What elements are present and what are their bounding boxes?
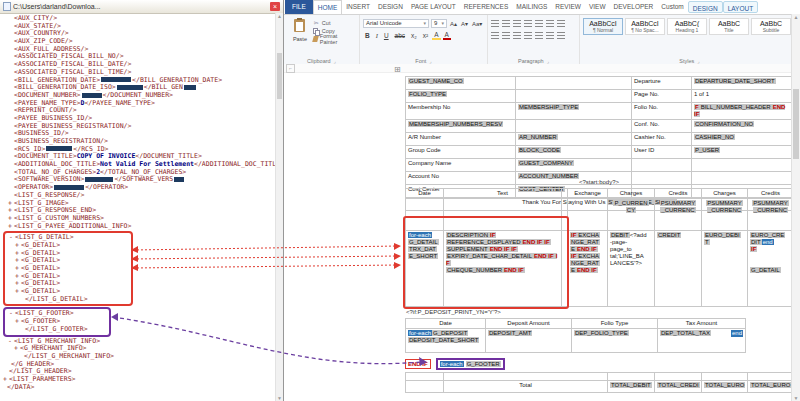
form-field[interactable]: TOTAL_CREDI xyxy=(657,382,700,388)
form-field[interactable]: AR_NUMBER xyxy=(518,134,558,140)
scroll-thumb[interactable] xyxy=(793,89,799,159)
table-move-handle-icon[interactable]: ⊞ xyxy=(394,66,401,74)
tab-file[interactable]: FILE xyxy=(285,0,313,14)
style-chip-4[interactable]: AaBbCTitle xyxy=(709,18,749,35)
form-field[interactable]: DEPOSIT_AMT xyxy=(488,330,532,336)
close-icon[interactable]: × xyxy=(270,2,280,11)
xml-scrollbar[interactable]: ▲ ▼ xyxy=(275,13,283,401)
form-field[interactable]: MEMBERSHIP_TYPE xyxy=(518,104,579,110)
form-field[interactable]: G_DETAIL xyxy=(750,267,781,273)
if-marker[interactable]: END IF xyxy=(576,246,598,252)
form-field[interactable]: GUEST_COMPANY xyxy=(518,160,574,166)
strikethrough-button[interactable]: abc xyxy=(393,32,407,39)
form-field[interactable]: DEPOSIT_DATE_SHORT xyxy=(408,337,479,343)
tab-layout-context[interactable]: LAYOUT xyxy=(723,1,759,13)
form-field[interactable]: TOTAL_EURO xyxy=(750,382,791,388)
tab-view[interactable]: VIEW xyxy=(585,0,610,14)
form-field[interactable]: _CURRENC xyxy=(707,207,742,213)
tab-design[interactable]: DESIGN xyxy=(374,0,407,14)
line-spacing-icon[interactable] xyxy=(535,32,543,39)
form-field[interactable]: BLOCK_CODE xyxy=(518,147,561,153)
cut-button[interactable]: ✂ Cut xyxy=(313,19,356,27)
form-field[interactable]: FOLIO_TYPE xyxy=(408,91,447,97)
font-size-select[interactable]: 9 ▾ xyxy=(431,19,447,28)
scroll-down-icon[interactable]: ▼ xyxy=(792,395,800,401)
scroll-up-icon[interactable]: ▲ xyxy=(276,13,283,19)
form-field[interactable]: BILL_NUMBER_HEADER xyxy=(700,104,772,110)
font-name-select[interactable]: Arial Unicode ▾ xyxy=(363,19,429,28)
tab-developer[interactable]: DEVELOPER xyxy=(610,0,658,14)
scroll-up-icon[interactable]: ▲ xyxy=(792,14,800,20)
form-field[interactable]: NGE_RAT xyxy=(570,239,600,245)
form-field[interactable]: DIT xyxy=(750,239,762,245)
tab-design-context[interactable]: DESIGN xyxy=(688,1,723,13)
align-right-icon[interactable] xyxy=(513,32,521,39)
form-field[interactable]: DEBIT xyxy=(610,232,630,238)
xml-titlebar[interactable]: C:\Users\darland\Downloa... × xyxy=(0,0,283,14)
form-field[interactable]: EXCHA xyxy=(577,232,600,238)
bold-button[interactable]: B xyxy=(363,32,372,39)
shrink-font-button[interactable]: A▾ xyxy=(460,20,469,27)
form-field[interactable]: PSUMMARY xyxy=(752,200,789,206)
numbering-icon[interactable] xyxy=(502,20,510,27)
tab-mailings[interactable]: MAILINGS xyxy=(512,0,551,14)
form-field[interactable]: T xyxy=(704,239,710,245)
paste-button[interactable]: Paste xyxy=(287,17,313,56)
form-field[interactable]: G_FOOTER xyxy=(466,361,501,367)
form-field[interactable]: PSUMMARY xyxy=(660,200,697,206)
form-field[interactable]: PSUMMARY xyxy=(706,200,743,206)
borders-icon[interactable] xyxy=(557,32,565,39)
show-marks-icon[interactable] xyxy=(557,20,565,27)
if-marker[interactable]: F xyxy=(694,104,700,110)
form-field[interactable]: G_DEPOSIT xyxy=(432,330,468,336)
increase-indent-icon[interactable] xyxy=(535,20,543,27)
bullets-icon[interactable] xyxy=(491,20,499,27)
form-field[interactable]: CY xyxy=(626,207,636,213)
tab-review[interactable]: REVIEW xyxy=(551,0,585,14)
form-field[interactable]: GUEST_NAME_CO xyxy=(408,78,464,84)
form-field[interactable]: NGE_RAT xyxy=(570,260,600,266)
justify-icon[interactable] xyxy=(524,32,532,39)
form-field[interactable]: _CURRENC xyxy=(660,207,695,213)
form-field[interactable]: P_USER xyxy=(694,147,720,153)
align-center-icon[interactable] xyxy=(502,32,510,39)
shading-icon[interactable] xyxy=(546,32,554,39)
superscript-button[interactable]: x² xyxy=(421,32,430,39)
style-chip-2[interactable]: AaBbCcI¶ No Spac... xyxy=(625,18,665,35)
format-painter-button[interactable]: Format Painter xyxy=(313,35,356,43)
align-left-icon[interactable] xyxy=(491,32,499,39)
form-field[interactable]: DEP_FOLIO_TYPE xyxy=(574,330,629,336)
scroll-down-icon[interactable]: ▼ xyxy=(276,395,283,401)
tab-selector-icon[interactable]: ⌐ xyxy=(286,64,295,73)
foreach-marker[interactable]: end xyxy=(762,239,774,245)
form-field[interactable]: DEP_TOTAL_TAX xyxy=(660,330,711,336)
form-field[interactable]: _CURRENC xyxy=(753,207,788,213)
form-field[interactable]: TOTAL_DEBIT xyxy=(610,382,652,388)
word-scrollbar[interactable]: ▲ ▼ xyxy=(791,14,800,401)
tab-home[interactable]: HOME xyxy=(313,0,343,14)
tab-custom[interactable]: Custom xyxy=(657,0,687,14)
font-color-button[interactable]: A xyxy=(443,31,451,40)
form-field[interactable]: CREDIT xyxy=(657,232,681,238)
foreach-marker[interactable]: end xyxy=(731,330,743,337)
form-field[interactable]: TOTAL_EURO xyxy=(704,382,745,388)
form-field[interactable]: CONFIRMATION_NO xyxy=(694,121,754,127)
if-marker[interactable]: END IF xyxy=(576,267,598,273)
subscript-button[interactable]: x₂ xyxy=(409,32,419,39)
highlight-button[interactable]: A xyxy=(432,31,440,40)
tab-insert[interactable]: INSERT xyxy=(342,0,374,14)
form-field[interactable]: P_CURREN xyxy=(613,200,648,206)
form-field[interactable]: CASHIER_NO xyxy=(694,134,735,140)
sort-icon[interactable] xyxy=(546,20,554,27)
form-field[interactable]: EXCHA xyxy=(577,253,600,259)
multilevel-list-icon[interactable] xyxy=(513,20,521,27)
italic-button[interactable]: I xyxy=(374,32,380,39)
form-field[interactable]: MEMBERSHIP_NUMBERS_RESV xyxy=(408,121,503,127)
scroll-thumb[interactable] xyxy=(277,53,282,99)
foreach-marker[interactable]: for-each xyxy=(408,330,432,336)
style-chip-3[interactable]: AaBbC(Heading 1 xyxy=(667,18,707,35)
tab-references[interactable]: REFERENCES xyxy=(460,0,512,14)
grow-font-button[interactable]: A▴ xyxy=(449,20,458,27)
tab-page-layout[interactable]: PAGE LAYOUT xyxy=(407,0,460,14)
foreach-marker[interactable]: for-each xyxy=(440,361,464,367)
